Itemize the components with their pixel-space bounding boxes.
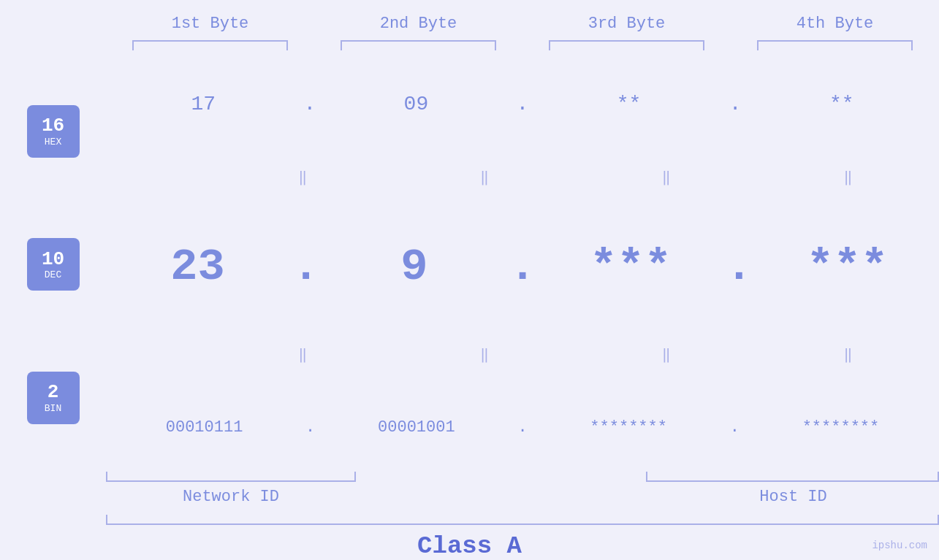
bin-data-row: 00010111 . 00001001 . ******** . *******… [106,418,939,437]
bin-byte4-value: ******** [802,418,880,437]
byte-headers: 1st Byte 2nd Byte 3rd Byte 4th Byte [0,15,939,33]
hex-dot1: . [303,93,316,115]
eq2-cell4: ‖ [757,348,939,363]
bracket-4 [757,40,913,50]
eq2-cell2: ‖ [394,348,576,363]
bracket-cell-3 [522,40,731,50]
bracket-cell-2 [314,40,522,50]
data-columns: 17 . 09 . ** . ** ‖ ‖ ‖ ‖ [106,65,939,464]
dec-byte2-value: 9 [400,241,427,293]
byte4-header: 4th Byte [731,15,939,33]
byte2-header: 2nd Byte [314,15,522,33]
eq1-cell4: ‖ [757,171,939,185]
hex-byte2-value: 09 [404,93,429,115]
hex-data-row: 17 . 09 . ** . ** [106,93,939,115]
byte1-header: 1st Byte [106,15,314,33]
hex-badge-number: 16 [42,115,64,137]
eq1-cell3: ‖ [576,171,758,185]
dec-byte1-cell: 23 [106,241,289,293]
class-bracket [106,515,939,525]
dec-byte1-value: 23 [170,241,224,293]
bin-dot3: . [730,418,740,437]
eq1-cell1: ‖ [212,171,394,185]
content-area: 16 HEX 10 DEC 2 BIN 17 . 09 [0,65,939,464]
bin-byte4-cell: ******** [742,418,939,437]
bottom-labels: Network ID Host ID [106,488,939,506]
bin-byte3-cell: ******** [531,418,727,437]
network-id-label: Network ID [106,488,356,506]
badge-column: 16 HEX 10 DEC 2 BIN [0,65,106,464]
bin-byte2-cell: 00001001 [318,418,514,437]
equals-row-1: ‖ ‖ ‖ ‖ [106,171,939,185]
eq1-cell2: ‖ [394,171,576,185]
bin-byte1-value: 00010111 [166,418,243,437]
bin-badge: 2 BIN [27,372,80,424]
class-row-outer [0,515,939,525]
bin-byte3-value: ******** [590,418,667,437]
bracket-2 [341,40,497,50]
host-id-label: Host ID [647,488,939,506]
label-spacer [356,488,647,506]
bracket-spacer [356,472,646,482]
eq2-cell1: ‖ [212,348,394,363]
bin-dot1: . [305,418,315,437]
dec-byte3-value: *** [590,241,672,293]
class-label: Class A [417,532,522,560]
hex-byte3-value: ** [617,93,642,115]
hex-byte1-value: 17 [191,93,216,115]
dec-dot2: . [509,241,536,293]
eq2-cell3: ‖ [576,348,758,363]
dec-data-row: 23 . 9 . *** . *** [106,241,939,293]
hex-dot3: . [729,93,742,115]
bin-byte2-value: 00001001 [378,418,455,437]
dec-dot3: . [726,241,753,293]
hex-byte2-cell: 09 [319,93,513,115]
bracket-3 [549,40,705,50]
equals-row-2: ‖ ‖ ‖ ‖ [106,348,939,363]
bin-dot2: . [517,418,527,437]
main-container: 1st Byte 2nd Byte 3rd Byte 4th Byte 16 H… [0,0,939,560]
hex-dot2: . [517,93,529,115]
host-bracket [646,472,939,482]
hex-byte3-cell: ** [531,93,726,115]
byte3-header: 3rd Byte [522,15,731,33]
bottom-brackets [106,472,939,482]
dec-badge-label: DEC [45,269,61,280]
network-bracket [106,472,356,482]
bracket-cell-4 [731,40,939,50]
dec-byte4-value: *** [807,241,889,293]
bracket-cell-1 [106,40,314,50]
bin-badge-label: BIN [45,403,61,414]
bin-byte1-cell: 00010111 [106,418,303,437]
hex-byte4-cell: ** [745,93,939,115]
bracket-1 [132,40,289,50]
dec-byte3-cell: *** [539,241,723,293]
dec-badge-number: 10 [42,249,64,270]
class-label-row: Class A [417,532,522,560]
dec-dot1: . [292,241,319,293]
dec-byte2-cell: 9 [322,241,506,293]
dec-byte4-cell: *** [756,241,939,293]
hex-badge-label: HEX [45,137,61,147]
hex-byte4-value: ** [829,93,854,115]
bottom-bracket-area: Network ID Host ID [0,472,939,506]
bin-badge-number: 2 [47,382,59,403]
hex-byte1-cell: 17 [106,93,300,115]
hex-badge: 16 HEX [27,105,80,158]
top-brackets [0,40,939,50]
dec-badge: 10 DEC [27,238,80,291]
watermark: ipshu.com [872,540,927,551]
